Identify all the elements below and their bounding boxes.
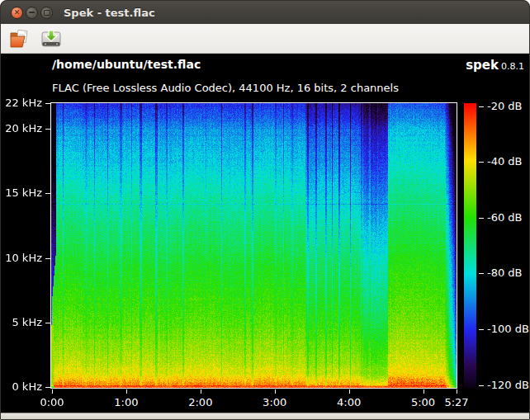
app-name: spek xyxy=(466,58,499,73)
db-tick xyxy=(479,329,484,330)
frequency-tick-label: 15 kHz xyxy=(0,186,42,200)
db-tick xyxy=(479,106,484,107)
minimize-icon xyxy=(29,12,35,13)
window-controls: ✕ xyxy=(11,7,54,19)
content-area: /home/ubuntu/test.flac spek0.8.1 FLAC (F… xyxy=(1,54,529,415)
db-tick xyxy=(479,385,484,386)
time-tick xyxy=(457,389,457,394)
db-tick-label: -60 dB xyxy=(487,211,523,224)
frequency-tick-label: 20 kHz xyxy=(0,122,42,135)
db-tick-label: -120 dB xyxy=(487,379,529,392)
folder-open-icon xyxy=(9,29,31,49)
frequency-tick xyxy=(45,323,51,323)
time-tick-label: 4:00 xyxy=(329,396,370,409)
db-tick-label: -40 dB xyxy=(487,155,523,168)
frequency-tick-label: 5 kHz xyxy=(0,316,42,329)
time-tick xyxy=(126,389,127,394)
frequency-tick xyxy=(45,387,51,388)
time-tick xyxy=(349,389,350,394)
frequency-tick xyxy=(45,193,51,194)
time-tick xyxy=(275,389,276,394)
minimize-button[interactable] xyxy=(26,7,38,19)
time-tick-label: 5:27 xyxy=(436,396,477,409)
save-drive-icon xyxy=(40,29,62,49)
time-tick-label: 0:00 xyxy=(31,396,73,409)
titlebar[interactable]: ✕ Spek - test.flac xyxy=(1,1,529,24)
maximize-button[interactable] xyxy=(40,7,53,19)
save-button[interactable] xyxy=(39,26,64,51)
app-brand: spek0.8.1 xyxy=(466,57,524,73)
close-icon: ✕ xyxy=(14,9,21,17)
colorbar xyxy=(464,103,476,388)
window-title: Spek - test.flac xyxy=(64,7,155,19)
time-tick-label: 1:00 xyxy=(106,396,147,409)
db-tick-label: -80 dB xyxy=(487,267,523,280)
time-tick-label: 2:00 xyxy=(180,396,221,409)
frequency-tick xyxy=(45,258,51,259)
open-file-button[interactable] xyxy=(7,26,32,51)
spectrogram-canvas xyxy=(51,103,457,388)
frequency-tick xyxy=(45,129,51,130)
frequency-tick-label: 22 kHz xyxy=(0,97,42,110)
db-tick-label: -100 dB xyxy=(487,323,529,336)
app-version: 0.8.1 xyxy=(501,61,524,72)
time-tick xyxy=(424,389,424,394)
db-tick xyxy=(479,162,484,163)
time-tick xyxy=(201,389,201,394)
spek-window: ✕ Spek - test.flac xyxy=(0,0,530,420)
frequency-tick xyxy=(45,103,51,104)
spectrogram-plot xyxy=(50,102,457,389)
db-tick-label: -20 dB xyxy=(487,100,523,113)
window-resize-edge[interactable] xyxy=(1,413,529,419)
frequency-tick-label: 10 kHz xyxy=(0,252,42,265)
db-tick xyxy=(479,273,484,274)
db-tick xyxy=(479,218,484,219)
time-tick-label: 3:00 xyxy=(254,396,296,409)
time-tick xyxy=(52,389,53,394)
maximize-icon xyxy=(44,10,50,16)
close-button[interactable]: ✕ xyxy=(11,7,23,19)
audio-info: FLAC (Free Lossless Audio Codec), 44100 … xyxy=(52,82,399,94)
file-path: /home/ubuntu/test.flac xyxy=(52,58,201,71)
frequency-tick-label: 0 kHz xyxy=(0,380,42,394)
toolbar xyxy=(1,24,529,54)
